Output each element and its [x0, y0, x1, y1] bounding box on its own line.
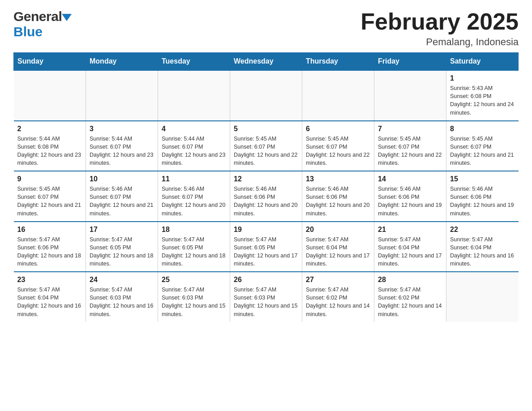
calendar-cell: 4Sunrise: 5:44 AMSunset: 6:07 PMDaylight… — [158, 121, 230, 171]
day-number: 28 — [378, 276, 442, 284]
day-info: Sunrise: 5:45 AMSunset: 6:07 PMDaylight:… — [306, 135, 370, 167]
day-info: Sunrise: 5:46 AMSunset: 6:06 PMDaylight:… — [234, 185, 298, 218]
day-number: 5 — [234, 125, 298, 133]
calendar-cell: 26Sunrise: 5:47 AMSunset: 6:03 PMDayligh… — [230, 272, 302, 322]
day-info: Sunrise: 5:44 AMSunset: 6:08 PMDaylight:… — [17, 135, 82, 167]
page-header: General Blue February 2025 Pemalang, Ind… — [13, 9, 519, 48]
day-number: 20 — [306, 226, 370, 234]
day-number: 17 — [90, 226, 154, 234]
weekday-header-thursday: Thursday — [302, 53, 374, 71]
title-area: February 2025 Pemalang, Indonesia — [360, 9, 519, 48]
day-number: 26 — [234, 276, 298, 284]
day-number: 7 — [378, 125, 442, 133]
calendar-cell — [86, 70, 158, 121]
calendar-cell: 18Sunrise: 5:47 AMSunset: 6:05 PMDayligh… — [158, 222, 230, 272]
day-number: 18 — [162, 226, 226, 234]
weekday-header-sunday: Sunday — [14, 53, 86, 71]
calendar-week-row: 16Sunrise: 5:47 AMSunset: 6:06 PMDayligh… — [14, 222, 519, 272]
day-info: Sunrise: 5:43 AMSunset: 6:08 PMDaylight:… — [450, 84, 515, 117]
day-info: Sunrise: 5:47 AMSunset: 6:04 PMDaylight:… — [378, 235, 442, 268]
calendar-cell: 25Sunrise: 5:47 AMSunset: 6:03 PMDayligh… — [158, 272, 230, 322]
calendar-cell: 14Sunrise: 5:46 AMSunset: 6:06 PMDayligh… — [374, 171, 446, 222]
day-info: Sunrise: 5:47 AMSunset: 6:05 PMDaylight:… — [90, 235, 154, 268]
calendar-cell: 11Sunrise: 5:46 AMSunset: 6:07 PMDayligh… — [158, 171, 230, 222]
day-info: Sunrise: 5:44 AMSunset: 6:07 PMDaylight:… — [162, 135, 226, 167]
calendar-cell — [302, 70, 374, 121]
day-number: 10 — [90, 175, 154, 183]
calendar-cell: 22Sunrise: 5:47 AMSunset: 6:04 PMDayligh… — [446, 222, 519, 272]
calendar-cell: 19Sunrise: 5:47 AMSunset: 6:05 PMDayligh… — [230, 222, 302, 272]
calendar-cell: 27Sunrise: 5:47 AMSunset: 6:02 PMDayligh… — [302, 272, 374, 322]
calendar-cell: 9Sunrise: 5:45 AMSunset: 6:07 PMDaylight… — [14, 171, 86, 222]
day-number: 9 — [17, 175, 82, 183]
day-info: Sunrise: 5:47 AMSunset: 6:03 PMDaylight:… — [234, 286, 298, 318]
day-number: 6 — [306, 125, 370, 133]
month-title: February 2025 — [360, 9, 519, 34]
calendar-week-row: 2Sunrise: 5:44 AMSunset: 6:08 PMDaylight… — [14, 121, 519, 171]
calendar-cell: 12Sunrise: 5:46 AMSunset: 6:06 PMDayligh… — [230, 171, 302, 222]
day-number: 24 — [90, 276, 154, 284]
day-info: Sunrise: 5:44 AMSunset: 6:07 PMDaylight:… — [90, 135, 154, 167]
location-text: Pemalang, Indonesia — [360, 36, 519, 48]
calendar-cell: 5Sunrise: 5:45 AMSunset: 6:07 PMDaylight… — [230, 121, 302, 171]
weekday-header-saturday: Saturday — [446, 53, 519, 71]
day-info: Sunrise: 5:46 AMSunset: 6:06 PMDaylight:… — [450, 185, 515, 218]
calendar-cell: 21Sunrise: 5:47 AMSunset: 6:04 PMDayligh… — [374, 222, 446, 272]
weekday-header-monday: Monday — [86, 53, 158, 71]
weekday-header-tuesday: Tuesday — [158, 53, 230, 71]
day-info: Sunrise: 5:45 AMSunset: 6:07 PMDaylight:… — [234, 135, 298, 167]
day-number: 23 — [17, 276, 82, 284]
day-info: Sunrise: 5:47 AMSunset: 6:03 PMDaylight:… — [90, 286, 154, 318]
logo-blue-text: Blue — [13, 24, 43, 39]
day-number: 12 — [234, 175, 298, 183]
day-info: Sunrise: 5:46 AMSunset: 6:06 PMDaylight:… — [306, 185, 370, 218]
calendar-cell: 28Sunrise: 5:47 AMSunset: 6:02 PMDayligh… — [374, 272, 446, 322]
calendar-table: SundayMondayTuesdayWednesdayThursdayFrid… — [13, 52, 519, 322]
day-info: Sunrise: 5:47 AMSunset: 6:04 PMDaylight:… — [17, 286, 82, 318]
day-number: 4 — [162, 125, 226, 133]
day-number: 19 — [234, 226, 298, 234]
day-number: 2 — [17, 125, 82, 133]
calendar-cell — [446, 272, 519, 322]
day-number: 16 — [17, 226, 82, 234]
day-number: 3 — [90, 125, 154, 133]
calendar-cell: 2Sunrise: 5:44 AMSunset: 6:08 PMDaylight… — [14, 121, 86, 171]
day-number: 21 — [378, 226, 442, 234]
day-info: Sunrise: 5:47 AMSunset: 6:06 PMDaylight:… — [17, 235, 82, 268]
weekday-header-row: SundayMondayTuesdayWednesdayThursdayFrid… — [14, 53, 519, 71]
calendar-cell: 8Sunrise: 5:45 AMSunset: 6:07 PMDaylight… — [446, 121, 519, 171]
calendar-cell: 15Sunrise: 5:46 AMSunset: 6:06 PMDayligh… — [446, 171, 519, 222]
calendar-week-row: 1Sunrise: 5:43 AMSunset: 6:08 PMDaylight… — [14, 70, 519, 121]
logo-triangle-icon — [62, 14, 72, 21]
day-number: 25 — [162, 276, 226, 284]
calendar-cell: 7Sunrise: 5:45 AMSunset: 6:07 PMDaylight… — [374, 121, 446, 171]
calendar-cell: 1Sunrise: 5:43 AMSunset: 6:08 PMDaylight… — [446, 70, 519, 121]
calendar-cell: 10Sunrise: 5:46 AMSunset: 6:07 PMDayligh… — [86, 171, 158, 222]
day-number: 14 — [378, 175, 442, 183]
day-info: Sunrise: 5:46 AMSunset: 6:07 PMDaylight:… — [162, 185, 226, 218]
calendar-cell: 23Sunrise: 5:47 AMSunset: 6:04 PMDayligh… — [14, 272, 86, 322]
day-number: 22 — [450, 226, 515, 234]
weekday-header-wednesday: Wednesday — [230, 53, 302, 71]
day-info: Sunrise: 5:47 AMSunset: 6:05 PMDaylight:… — [162, 235, 226, 268]
day-number: 13 — [306, 175, 370, 183]
day-number: 11 — [162, 175, 226, 183]
logo-general-text: General — [13, 9, 72, 24]
calendar-cell: 20Sunrise: 5:47 AMSunset: 6:04 PMDayligh… — [302, 222, 374, 272]
calendar-cell: 13Sunrise: 5:46 AMSunset: 6:06 PMDayligh… — [302, 171, 374, 222]
day-info: Sunrise: 5:46 AMSunset: 6:07 PMDaylight:… — [90, 185, 154, 218]
calendar-cell — [230, 70, 302, 121]
weekday-header-friday: Friday — [374, 53, 446, 71]
calendar-cell: 24Sunrise: 5:47 AMSunset: 6:03 PMDayligh… — [86, 272, 158, 322]
day-info: Sunrise: 5:45 AMSunset: 6:07 PMDaylight:… — [450, 135, 515, 167]
day-info: Sunrise: 5:47 AMSunset: 6:02 PMDaylight:… — [378, 286, 442, 318]
day-info: Sunrise: 5:47 AMSunset: 6:03 PMDaylight:… — [162, 286, 226, 318]
day-info: Sunrise: 5:47 AMSunset: 6:04 PMDaylight:… — [306, 235, 370, 268]
calendar-cell — [14, 70, 86, 121]
calendar-cell: 16Sunrise: 5:47 AMSunset: 6:06 PMDayligh… — [14, 222, 86, 272]
day-info: Sunrise: 5:47 AMSunset: 6:05 PMDaylight:… — [234, 235, 298, 268]
calendar-cell: 17Sunrise: 5:47 AMSunset: 6:05 PMDayligh… — [86, 222, 158, 272]
calendar-cell: 3Sunrise: 5:44 AMSunset: 6:07 PMDaylight… — [86, 121, 158, 171]
calendar-cell: 6Sunrise: 5:45 AMSunset: 6:07 PMDaylight… — [302, 121, 374, 171]
calendar-cell — [158, 70, 230, 121]
